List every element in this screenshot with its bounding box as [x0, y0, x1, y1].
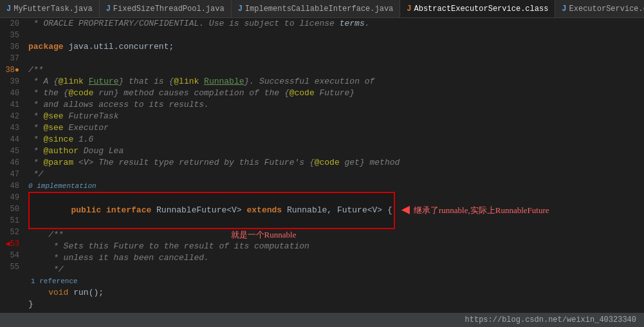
code-line-47: */ — [28, 169, 644, 180]
line-numbers: 20 35 36 37 38● 39 40 41 42 43 44 45 46 … — [0, 18, 24, 313]
tab-label-3: AbstractExecutorService.class — [414, 5, 549, 14]
ln-44: 44 — [3, 134, 19, 145]
code-line-49: /** 就是一个Runnable — [28, 229, 644, 241]
code-line-43: * @see Executor — [28, 122, 644, 134]
code-line-48: public interface RunnableFuture<V> exten… — [28, 192, 644, 229]
code-line-46: * @param <V> The result type returned by… — [28, 157, 644, 169]
code-line-50: * Sets this Future to the result of its … — [28, 241, 644, 252]
code-line-36: package java.util.concurrent; — [28, 41, 644, 53]
tab-label-0: MyFutterTask.java — [14, 5, 92, 14]
ln-45: 45 — [3, 145, 19, 157]
ln-36: 36 — [3, 41, 19, 53]
ln-47: 47 — [3, 169, 19, 180]
ln-41: 41 — [3, 99, 19, 111]
ln-42: 42 — [3, 111, 19, 122]
annotation-line2: 就是一个Runnable — [231, 229, 297, 241]
impl-meta: 0 implementation — [28, 180, 644, 192]
code-line-55 — [28, 310, 644, 313]
java-icon-1: J — [106, 5, 111, 14]
code-line-37 — [28, 53, 644, 64]
status-bar: https://blog.csdn.net/weixin_40323340 — [0, 313, 644, 327]
tab-abstractexecutor[interactable]: J AbstractExecutorService.class — [400, 0, 555, 17]
code-line-44: * @since 1.6 — [28, 134, 644, 145]
code-line-52: */ — [28, 264, 644, 276]
java-icon-4: J — [562, 5, 566, 14]
code-line-51: * unless it has been cancelled. — [28, 252, 644, 264]
ln-38: 38● — [3, 64, 19, 76]
code-line-42: * @see FutureTask — [28, 111, 644, 122]
code-line-39: * A {@link Future} that is {@link Runnab… — [28, 76, 644, 88]
class-icon: J — [407, 5, 411, 14]
tab-executorservice[interactable]: J ExecutorService.class — [555, 0, 644, 17]
code-line-54: } — [28, 299, 644, 310]
ln-43: 43 — [3, 122, 19, 134]
ln-50: 50 — [3, 203, 19, 215]
tab-label-4: ExecutorService.class — [569, 5, 644, 14]
tab-implementscallable[interactable]: J ImplementsCallableInterface.java — [232, 0, 401, 17]
ln-40: 40 — [3, 88, 19, 99]
code-line-38: /** — [28, 64, 644, 76]
java-icon: J — [6, 5, 11, 14]
ln-52: 52 — [3, 227, 19, 238]
code-line-35 — [28, 30, 644, 41]
ln-46: 46 — [3, 157, 19, 169]
ln-49: 49 — [3, 192, 19, 203]
ln-35: 35 — [3, 30, 19, 41]
code-line-53: void run(); — [28, 287, 644, 299]
ln-55: 55 — [3, 261, 19, 273]
tab-label-1: FixedSizeThreadPool.java — [113, 5, 225, 14]
code-line-40: * the {@code run} method causes completi… — [28, 88, 644, 99]
code-line-41: * and allows access to its results. — [28, 99, 644, 111]
code-area: 20 35 36 37 38● 39 40 41 42 43 44 45 46 … — [0, 18, 644, 313]
ln-37: 37 — [3, 53, 19, 64]
code-line-45: * @author Doug Lea — [28, 145, 644, 157]
ln-20: 20 — [3, 18, 19, 30]
code-line-20: * ORACLE PROPRIETARY/CONFIDENTIAL. Use i… — [28, 18, 644, 30]
tab-label-2: ImplementsCallableInterface.java — [245, 5, 393, 14]
tab-bar: J MyFutterTask.java J FixedSizeThreadPoo… — [0, 0, 644, 18]
ln-39: 39 — [3, 76, 19, 88]
tab-myfuttertask[interactable]: J MyFutterTask.java — [0, 0, 100, 17]
annotation-line1: 继承了runnable,实际上RunnableFuture — [414, 205, 549, 216]
ln-48: 48 — [3, 180, 19, 192]
ln-54: 54 — [3, 250, 19, 261]
ln-51: 51 — [3, 215, 19, 227]
tab-fixedsizethreadpool[interactable]: J FixedSizeThreadPool.java — [100, 0, 232, 17]
status-url: https://blog.csdn.net/weixin_40323340 — [465, 315, 636, 324]
java-icon-2: J — [238, 5, 243, 14]
ref-meta: 1 reference — [28, 276, 644, 287]
code-content[interactable]: * ORACLE PROPRIETARY/CONFIDENTIAL. Use i… — [24, 18, 644, 313]
ln-53: ◀53 — [3, 238, 19, 250]
